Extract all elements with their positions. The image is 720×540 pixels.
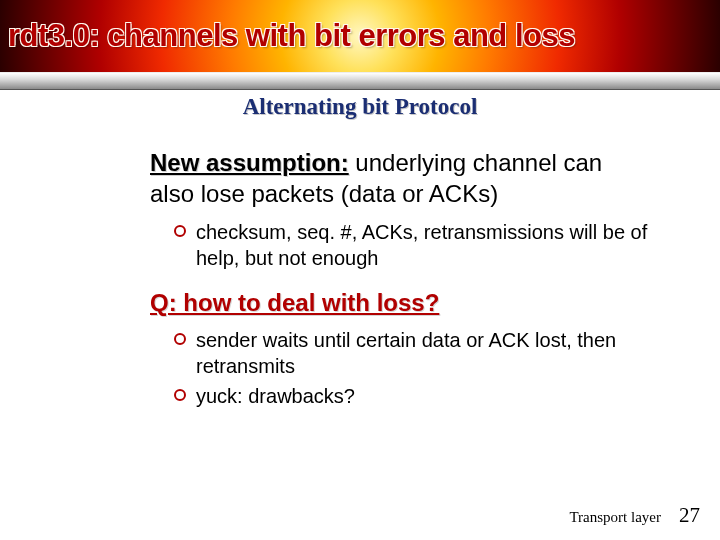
title-prefix: rdt3.0 xyxy=(8,18,89,53)
footer: Transport layer 27 xyxy=(569,503,700,528)
assumption-block: New assumption: underlying channel can a… xyxy=(150,148,652,209)
page-number: 27 xyxy=(679,503,700,528)
question-heading: Q: how to deal with loss? xyxy=(150,289,652,317)
question-bullets: sender waits until certain data or ACK l… xyxy=(150,327,652,409)
assumption-bullets: checksum, seq. #, ACKs, retransmissions … xyxy=(150,219,652,271)
title-banner: rdt3.0: channels with bit errors and los… xyxy=(0,0,720,72)
bullet-icon xyxy=(174,389,186,401)
bullet-icon xyxy=(174,333,186,345)
list-item-text: sender waits until certain data or ACK l… xyxy=(196,329,616,377)
list-item: sender waits until certain data or ACK l… xyxy=(174,327,652,379)
list-item-text: checksum, seq. #, ACKs, retransmissions … xyxy=(196,221,647,269)
list-item: checksum, seq. #, ACKs, retransmissions … xyxy=(174,219,652,271)
list-item-text: yuck: drawbacks? xyxy=(196,385,355,407)
bullet-icon xyxy=(174,225,186,237)
title-rest: : channels with bit errors and loss xyxy=(89,18,575,53)
list-item: yuck: drawbacks? xyxy=(174,383,652,409)
slide-subtitle: Alternating bit Protocol xyxy=(0,94,720,120)
footer-label: Transport layer xyxy=(569,509,661,526)
content-area: New assumption: underlying channel can a… xyxy=(0,120,720,409)
slide: rdt3.0: channels with bit errors and los… xyxy=(0,0,720,540)
assumption-label: New assumption: xyxy=(150,149,349,176)
title-divider-bar xyxy=(0,72,720,90)
slide-title: rdt3.0: channels with bit errors and los… xyxy=(8,18,575,54)
